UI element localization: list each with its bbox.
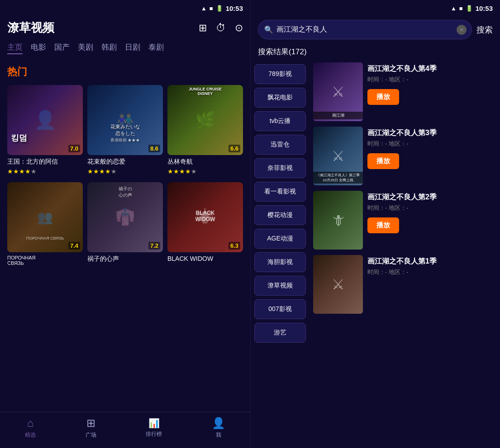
result-title-2: 画江湖之不良人第2季: [367, 193, 496, 202]
tab-thai[interactable]: 泰剧: [148, 41, 164, 54]
poster-text-2: 花東みたいな恋をした香港映画 ★★★: [89, 123, 161, 143]
source-item-8[interactable]: 海胆影视: [254, 252, 306, 272]
nav-item-ranking[interactable]: 📊 排行榜: [146, 418, 162, 438]
user-icon: 👤: [212, 417, 225, 429]
movie-poster-4: 👥 ПОРОЧНАЯ СВЯЗЬ 7.4: [7, 182, 83, 252]
tab-domestic[interactable]: 国产: [54, 41, 70, 54]
grid-icon[interactable]: ⊞: [199, 22, 207, 34]
search-bar-container: 🔍 画江湖之不良人 ✕ 搜索: [251, 16, 500, 45]
wifi-icon: ▲: [201, 5, 207, 12]
movie-stars-2: ★★★★★: [87, 168, 163, 175]
movie-stars-3: ★★★★★: [167, 168, 243, 175]
result-thumbnail-2: 🗡: [313, 191, 363, 250]
movie-score-3: 6.6: [229, 145, 240, 152]
results-container: 789影视 飘花电影 tvb云播 迅雷仓 奈菲影视 看一看影视 樱花动漫 AGE…: [251, 62, 500, 448]
tab-movie[interactable]: 电影: [31, 41, 46, 54]
movie-card-6[interactable]: BLACKWIDOW 🕷 6.3 BLACK WIDOW: [167, 182, 243, 266]
movie-poster-6: BLACKWIDOW 🕷 6.3: [167, 182, 243, 252]
source-item-4[interactable]: 奈菲影视: [254, 158, 306, 178]
result-info-1: 画江湖之不良人第3季 时间：- 地区：- 播放: [367, 127, 496, 169]
result-title-0: 画江湖之不良人第4季: [367, 64, 496, 74]
movie-title-2: 花束般的恋爱: [87, 158, 163, 166]
result-item-1[interactable]: ⚔ 《画江湖之不良人》第三季 10月25日 全网上线 画江湖之不良人第3季 时间…: [313, 127, 496, 185]
source-item-6[interactable]: 樱花动漫: [254, 205, 306, 225]
movie-score-6: 6.3: [229, 242, 240, 250]
movie-score-5: 7.2: [148, 242, 160, 250]
tab-home[interactable]: 主页: [7, 41, 23, 54]
section-title-hot: 热门: [0, 61, 250, 85]
search-box-wrapper: 🔍 画江湖之不良人 ✕: [258, 20, 472, 39]
status-bar-right: ▲ ■ 🔋 10:53: [251, 0, 500, 16]
right-panel: ▲ ■ 🔋 10:53 🔍 画江湖之不良人 ✕ 搜索 搜索结果(172) 789…: [250, 0, 500, 448]
result-meta-0: 时间：- 地区：-: [367, 75, 496, 84]
source-list: 789影视 飘花电影 tvb云播 迅雷仓 奈菲影视 看一看影视 樱花动漫 AGE…: [251, 62, 310, 448]
result-info-2: 画江湖之不良人第2季 时间：- 地区：- 播放: [367, 191, 496, 233]
nav-label-home: 精选: [25, 431, 36, 439]
movie-score-1: 7.0: [68, 145, 80, 152]
nav-item-me[interactable]: 👤 我: [212, 417, 225, 439]
play-button-2[interactable]: 播放: [367, 217, 399, 233]
result-item-3[interactable]: ⚔ 画江湖之不良人第1季 时间：- 地区：-: [313, 255, 496, 314]
nav-label-me: 我: [216, 431, 221, 439]
wifi-icon-right: ▲: [451, 5, 457, 12]
result-thumbnail-0: ⚔ 画江湖: [313, 62, 363, 121]
search-icon-left: 🔍: [264, 25, 273, 34]
status-bar-left: ▲ ■ 🔋 10:53: [0, 0, 250, 16]
movie-card-5[interactable]: 禍子の 心の声 👘 7.2 祸子的心声: [87, 182, 163, 266]
movie-stars-1: ★★★★★: [7, 168, 83, 175]
play-button-1[interactable]: 播放: [367, 153, 399, 169]
bottom-nav: ⌂ 精选 ⊞ 广场 📊 排行榜 👤 我: [0, 412, 250, 448]
app-header: 潦草视频 ⊞ ⏱ ⊙: [0, 16, 250, 41]
source-item-10[interactable]: 007影视: [254, 299, 306, 319]
battery-icon-right: 🔋: [466, 5, 473, 12]
result-meta-3: 时间：- 地区：-: [367, 268, 496, 276]
source-item-1[interactable]: 飘花电影: [254, 88, 306, 108]
search-clear-button[interactable]: ✕: [457, 25, 467, 35]
plaza-icon: ⊞: [86, 417, 95, 429]
movie-card-2[interactable]: 👫 花東みたいな恋をした香港映画 ★★★ 8.6 花束般的恋爱 ★★★★★: [87, 85, 163, 175]
movie-card-4[interactable]: 👥 ПОРОЧНАЯ СВЯЗЬ 7.4 ПОРОЧНАЯСВЯЗЬ: [7, 182, 83, 266]
result-title-1: 画江湖之不良人第3季: [367, 128, 496, 138]
result-item-2[interactable]: 🗡 画江湖之不良人第2季 时间：- 地区：- 播放: [313, 191, 496, 250]
movie-poster-5: 禍子の 心の声 👘 7.2: [87, 182, 163, 252]
history-icon[interactable]: ⏱: [216, 22, 226, 34]
movie-poster-3: JUNGLE CRUISEDISNEY 🌿 6.6: [167, 85, 243, 155]
movie-title-3: 丛林奇航: [167, 158, 243, 166]
tab-japanese[interactable]: 日剧: [125, 41, 140, 54]
source-item-0[interactable]: 789影视: [254, 64, 306, 84]
home-icon: ⌂: [27, 417, 34, 429]
result-info-0: 画江湖之不良人第4季 时间：- 地区：- 播放: [367, 62, 496, 105]
source-item-5[interactable]: 看一看影视: [254, 182, 306, 202]
search-input-display[interactable]: 画江湖之不良人: [258, 20, 472, 39]
movie-title-5: 祸子的心声: [87, 255, 163, 263]
nav-item-home[interactable]: ⌂ 精选: [25, 417, 36, 439]
tab-us-drama[interactable]: 美剧: [78, 41, 93, 54]
source-item-9[interactable]: 潦草视频: [254, 276, 306, 296]
source-item-2[interactable]: tvb云播: [254, 111, 306, 131]
results-header: 搜索结果(172): [251, 45, 500, 62]
movie-poster-1: 👤 킹덤 7.0: [7, 85, 83, 155]
source-item-7[interactable]: AGE动漫: [254, 229, 306, 249]
movie-card-1[interactable]: 👤 킹덤 7.0 王国：北方的阿信 ★★★★★: [7, 85, 83, 175]
tab-korean[interactable]: 韩剧: [101, 41, 117, 54]
nav-tabs: 主页 电影 国产 美剧 韩剧 日剧 泰剧: [0, 41, 250, 61]
play-button-0[interactable]: 播放: [367, 89, 399, 105]
nav-item-plaza[interactable]: ⊞ 广场: [86, 417, 96, 439]
movie-score-4: 7.4: [68, 242, 80, 250]
movie-poster-2: 👫 花東みたいな恋をした香港映画 ★★★ 8.6: [87, 85, 163, 155]
movie-title-4: ПОРОЧНАЯСВЯЗЬ: [7, 255, 83, 266]
result-item-0[interactable]: ⚔ 画江湖 画江湖之不良人第4季 时间：- 地区：- 播放: [313, 62, 496, 121]
signal-icon: ■: [210, 5, 213, 12]
movie-title-1: 王国：北方的阿信: [7, 158, 83, 166]
nav-label-plaza: 广场: [86, 431, 96, 439]
app-title: 潦草视频: [7, 20, 54, 36]
source-item-3[interactable]: 迅雷仓: [254, 135, 306, 155]
result-title-3: 画江湖之不良人第1季: [367, 257, 496, 266]
search-button[interactable]: 搜索: [476, 24, 493, 35]
result-thumbnail-1: ⚔ 《画江湖之不良人》第三季 10月25日 全网上线: [313, 127, 363, 185]
movie-card-3[interactable]: JUNGLE CRUISEDISNEY 🌿 6.6 丛林奇航 ★★★★★: [167, 85, 243, 175]
movies-grid-row1: 👤 킹덤 7.0 王国：北方的阿信 ★★★★★ 👫 花東みたいな恋をした香港映画…: [0, 85, 250, 175]
search-icon-header[interactable]: ⊙: [235, 22, 243, 34]
result-meta-1: 时间：- 地区：-: [367, 140, 496, 148]
source-item-11[interactable]: 游艺: [254, 323, 306, 343]
